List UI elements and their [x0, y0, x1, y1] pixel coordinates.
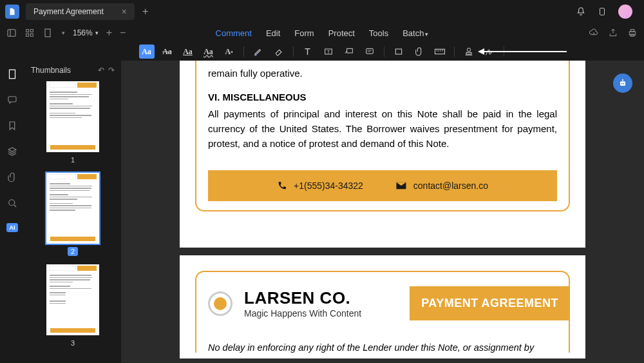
thumbnail-label: 2 — [31, 248, 115, 255]
avatar[interactable] — [618, 5, 632, 19]
separator — [243, 46, 244, 57]
svg-rect-0 — [600, 8, 605, 15]
stamp-tool[interactable] — [461, 44, 477, 59]
tab-close-icon[interactable]: × — [122, 6, 127, 17]
svg-rect-7 — [45, 29, 50, 37]
svg-point-32 — [621, 83, 623, 84]
svg-rect-31 — [620, 81, 625, 86]
menu-batch[interactable]: Batch▾ — [402, 28, 428, 38]
email-address: contact@larsen.co — [413, 181, 488, 191]
svg-rect-3 — [26, 30, 29, 32]
squiggly-tool[interactable]: Aa — [201, 44, 216, 59]
svg-point-33 — [623, 83, 624, 84]
menu-tools[interactable]: Tools — [369, 28, 388, 38]
strikethrough-tool[interactable]: Aa — [160, 44, 175, 59]
rotate-left-icon[interactable]: ↶ — [98, 66, 104, 75]
svg-rect-6 — [30, 34, 33, 36]
body-text: All payments of principal and interest o… — [208, 106, 557, 152]
contact-band: +1(555)34-34322 contact@larsen.co — [208, 170, 557, 201]
thumbnails-icon[interactable] — [6, 68, 18, 80]
zoom-in-button[interactable]: + — [106, 27, 112, 39]
menu-edit[interactable]: Edit — [266, 28, 280, 38]
measure-tool[interactable] — [432, 44, 448, 59]
svg-rect-17 — [395, 49, 401, 54]
eraser-tool[interactable] — [271, 44, 287, 59]
app-logo[interactable] — [5, 5, 19, 19]
print-icon[interactable] — [627, 28, 638, 38]
thumbnail-label: 1 — [31, 156, 115, 164]
underline-tool[interactable]: Aa — [180, 44, 196, 59]
tab-title: Payment Agreement — [33, 7, 104, 16]
ai-fab-button[interactable] — [613, 74, 632, 93]
company-name: LARSEN CO. — [244, 288, 361, 308]
grid-view-icon[interactable] — [24, 28, 35, 38]
svg-rect-26 — [10, 70, 15, 79]
svg-rect-5 — [26, 34, 29, 36]
thumbnails-title: Thumbnails — [31, 66, 71, 75]
layers-icon[interactable] — [6, 146, 18, 157]
company-logo — [208, 291, 232, 316]
search-icon[interactable] — [6, 197, 18, 209]
svg-rect-18 — [435, 49, 444, 54]
chevron-down-icon[interactable]: ▾ — [62, 30, 65, 36]
highlight-text-tool[interactable]: Aa — [139, 44, 155, 59]
note-tool[interactable] — [362, 44, 377, 59]
rotate-right-icon[interactable]: ↷ — [108, 66, 115, 75]
svg-point-28 — [9, 200, 15, 206]
zoom-level[interactable]: 156% ▾ — [73, 28, 99, 37]
tab-add-button[interactable]: + — [142, 6, 148, 17]
phone-icon — [277, 181, 287, 191]
bell-icon[interactable] — [576, 6, 586, 17]
company-tagline: Magic Happens With Content — [244, 308, 361, 319]
attachments-panel-icon[interactable] — [6, 172, 18, 183]
thumbnails-panel: Thumbnails ↶ ↷ 1 — [24, 61, 121, 363]
separator — [454, 46, 455, 57]
text-box-tool[interactable]: T — [321, 44, 336, 59]
caret-insert-tool[interactable]: Aa — [222, 44, 237, 59]
svg-rect-24 — [466, 52, 471, 54]
menu-comment[interactable]: Comment — [216, 28, 252, 38]
svg-rect-9 — [630, 30, 634, 32]
svg-rect-13 — [346, 48, 352, 53]
menu-form[interactable]: Form — [294, 28, 314, 38]
app-logo-icon — [8, 7, 17, 16]
menu-protect[interactable]: Protect — [328, 28, 355, 38]
device-icon[interactable] — [598, 6, 607, 17]
annotation-arrow — [483, 51, 567, 52]
comments-panel-icon[interactable] — [6, 94, 18, 106]
phone-number: +1(555)34-34322 — [294, 181, 363, 191]
svg-rect-4 — [30, 30, 33, 32]
document-tab[interactable]: Payment Agreement × — [26, 3, 135, 20]
main-menu: Comment Edit Form Protect Tools Batch▾ — [216, 28, 429, 38]
email-icon — [395, 181, 407, 190]
ai-panel-icon[interactable]: AI — [6, 223, 18, 232]
left-rail: AI — [0, 61, 24, 363]
svg-line-29 — [14, 205, 16, 207]
section-heading: VI. MISCELLANEOUS — [208, 90, 557, 104]
sidebar-toggle-icon[interactable] — [6, 28, 17, 38]
highlighter-pen-tool[interactable] — [251, 44, 266, 59]
text-tool[interactable]: T — [300, 44, 316, 59]
page-view-icon[interactable] — [43, 28, 53, 38]
document-viewer[interactable]: remain fully operative. VI. MISCELLANEOU… — [121, 61, 644, 363]
svg-point-35 — [622, 79, 623, 81]
share-icon[interactable] — [608, 28, 618, 38]
attachment-tool[interactable] — [412, 44, 427, 59]
cloud-download-icon[interactable] — [589, 28, 599, 38]
bookmarks-icon[interactable] — [6, 120, 18, 132]
body-text: No delay in enforcing any right of the L… — [208, 342, 557, 353]
document-title-tag: PAYMENT AGREEMENT — [410, 286, 570, 320]
callout-tool[interactable] — [341, 44, 357, 59]
view-toolbar: ▾ 156% ▾ + − Comment Edit Form Protect T… — [0, 23, 644, 43]
document-page: remain fully operative. VI. MISCELLANEOU… — [180, 61, 585, 248]
thumbnail-page-1[interactable] — [46, 81, 99, 152]
rectangle-tool[interactable] — [391, 44, 406, 59]
svg-rect-8 — [629, 32, 635, 35]
thumbnail-page-3[interactable] — [46, 264, 99, 335]
zoom-out-button[interactable]: − — [120, 27, 126, 39]
document-page: LARSEN CO. Magic Happens With Content PA… — [180, 255, 585, 358]
thumbnail-page-2[interactable] — [46, 173, 99, 244]
svg-text:T: T — [327, 50, 329, 54]
svg-rect-14 — [366, 48, 373, 54]
chevron-down-icon[interactable]: ▾ — [95, 30, 99, 36]
